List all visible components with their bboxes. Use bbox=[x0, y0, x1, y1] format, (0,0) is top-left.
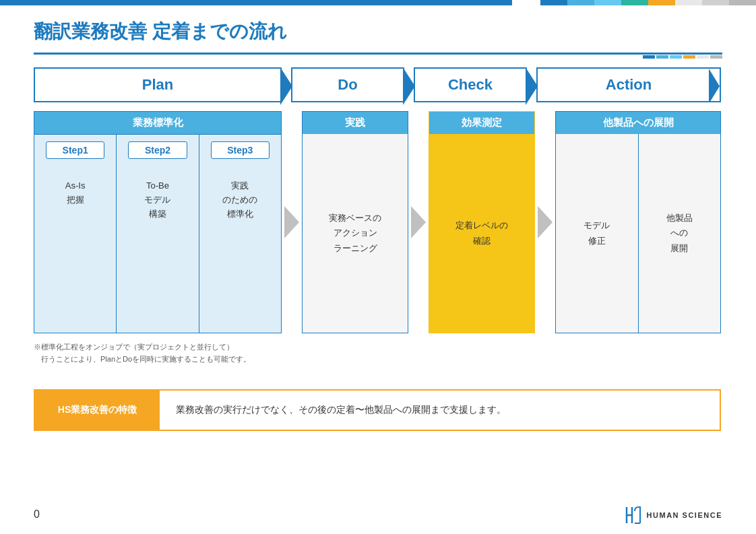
action-col2: 他製品への展開 bbox=[639, 134, 721, 333]
feature-box: HS業務改善の特徴 業務改善の実行だけでなく、その後の定着〜他製品への展開まで支… bbox=[34, 389, 721, 431]
bar-seg-3 bbox=[594, 0, 621, 5]
page-number: 0 bbox=[34, 508, 40, 521]
step3-label: Step3 bbox=[211, 141, 270, 159]
step1-content: As-Is把握 bbox=[65, 179, 86, 207]
pdca-header-row: Plan Do Check Action bbox=[34, 67, 721, 102]
bar-seg-1 bbox=[540, 0, 567, 5]
hs-logo: HUMAN SCIENCE bbox=[625, 506, 722, 525]
pdca-do-box: Do bbox=[291, 67, 404, 102]
bar-seg-5 bbox=[648, 0, 675, 5]
pdca-do-label: Do bbox=[338, 76, 357, 94]
step3-content: 実践のための標準化 bbox=[222, 179, 257, 221]
plan-steps-row: Step1 As-Is把握 Step2 To-Beモデル構築 Step3 実践の… bbox=[34, 134, 281, 333]
arrow-check-action bbox=[535, 111, 555, 333]
do-body: 実務ベースのアクションラーニング bbox=[303, 134, 408, 333]
title-underline-deco bbox=[643, 55, 722, 59]
plan-step-1: Step1 As-Is把握 bbox=[34, 135, 117, 333]
check-header: 効果測定 bbox=[429, 112, 534, 134]
bar-seg-4 bbox=[621, 0, 648, 5]
pdca-action-box: Action bbox=[536, 67, 721, 102]
step2-label: Step2 bbox=[128, 141, 187, 159]
action-section: 他製品への展開 モデル修正 他製品への展開 bbox=[555, 111, 721, 333]
action-chevron bbox=[709, 69, 720, 102]
pdca-check-box: Check bbox=[414, 67, 527, 102]
pdca-plan-box: Plan bbox=[34, 67, 282, 102]
plan-header: 業務標準化 bbox=[34, 112, 281, 134]
page-title: 翻訳業務改善 定着までの流れ bbox=[34, 19, 287, 44]
do-section: 実践 実務ベースのアクションラーニング bbox=[302, 111, 408, 333]
action-body: モデル修正 他製品への展開 bbox=[556, 134, 720, 333]
note-area: ※標準化工程をオンジョブで（実プロジェクトと並行して） 行うことにより、Plan… bbox=[34, 341, 251, 365]
note-line1: ※標準化工程をオンジョブで（実プロジェクトと並行して） bbox=[34, 341, 251, 354]
header-blue-stripe bbox=[0, 0, 512, 5]
note-line2: 行うことにより、PlanとDoを同時に実施することも可能です。 bbox=[34, 354, 251, 366]
step1-label: Step1 bbox=[46, 141, 104, 159]
top-color-bar bbox=[540, 0, 756, 5]
feature-label: HS業務改善の特徴 bbox=[35, 391, 160, 430]
bar-seg-6 bbox=[675, 0, 702, 5]
action-col1: モデル修正 bbox=[556, 134, 639, 333]
title-underline bbox=[34, 53, 722, 55]
plan-arrow bbox=[280, 67, 292, 105]
action-header: 他製品への展開 bbox=[556, 112, 720, 134]
do-arrow bbox=[403, 67, 415, 105]
pdca-action-label: Action bbox=[606, 76, 652, 94]
check-body: 定着レベルの確認 bbox=[429, 134, 534, 333]
step2-content: To-Beモデル構築 bbox=[144, 179, 170, 221]
plan-step-3: Step3 実践のための標準化 bbox=[199, 135, 281, 333]
arrow-plan-do bbox=[282, 111, 302, 333]
hs-logo-text: HUMAN SCIENCE bbox=[647, 511, 722, 519]
bar-seg-8 bbox=[729, 0, 756, 5]
pdca-check-label: Check bbox=[448, 76, 493, 94]
hs-logo-icon bbox=[625, 506, 641, 525]
bar-seg-7 bbox=[702, 0, 729, 5]
plan-step-2: Step2 To-Beモデル構築 bbox=[117, 135, 199, 333]
main-content: 業務標準化 Step1 As-Is把握 Step2 To-Beモデル構築 Ste… bbox=[34, 111, 721, 333]
do-header: 実践 bbox=[303, 112, 408, 134]
check-arrow bbox=[526, 67, 538, 105]
feature-description: 業務改善の実行だけでなく、その後の定着〜他製品への展開まで支援します。 bbox=[160, 391, 720, 430]
bar-seg-2 bbox=[567, 0, 594, 5]
plan-section: 業務標準化 Step1 As-Is把握 Step2 To-Beモデル構築 Ste… bbox=[34, 111, 282, 333]
arrow-do-check bbox=[408, 111, 429, 333]
pdca-plan-label: Plan bbox=[142, 76, 173, 94]
check-section: 効果測定 定着レベルの確認 bbox=[429, 111, 535, 333]
